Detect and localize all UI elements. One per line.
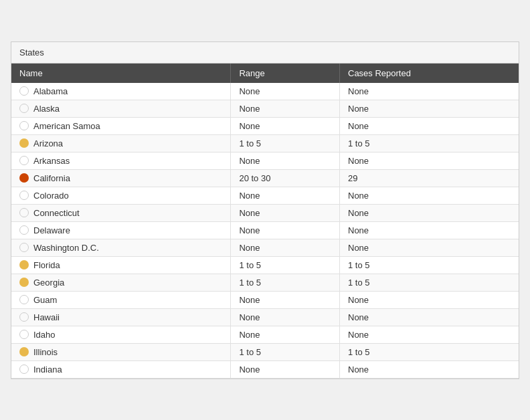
cell-range: None	[231, 308, 340, 326]
cell-name: Delaware	[11, 221, 231, 239]
cell-cases: None	[340, 326, 519, 343]
cell-cases: None	[340, 152, 519, 169]
table-row: DelawareNoneNone	[11, 221, 519, 239]
status-dot	[19, 121, 29, 130]
cell-cases: 1 to 5	[340, 134, 519, 152]
cell-cases: None	[340, 83, 519, 100]
cell-name: Indiana	[11, 360, 231, 378]
table-row: Illinois1 to 51 to 5	[11, 343, 519, 360]
cell-cases: 29	[340, 169, 519, 187]
table-row: ArkansasNoneNone	[11, 152, 519, 169]
cell-cases: None	[340, 360, 519, 378]
table-row: HawaiiNoneNone	[11, 308, 519, 326]
status-dot	[19, 104, 29, 113]
cell-cases: None	[340, 221, 519, 239]
cell-name: Georgia	[11, 274, 231, 291]
status-dot	[19, 295, 29, 304]
status-dot	[19, 86, 29, 96]
cell-cases: 1 to 5	[340, 343, 519, 360]
cell-range: None	[231, 187, 340, 204]
state-name: Idaho	[33, 330, 56, 340]
state-name: American Samoa	[33, 121, 100, 131]
cell-name: Alabama	[11, 83, 231, 100]
state-name: California	[33, 173, 70, 183]
table-row: GuamNoneNone	[11, 291, 519, 308]
cell-range: 1 to 5	[231, 256, 340, 274]
cell-range: 1 to 5	[231, 274, 340, 291]
cell-name: Idaho	[11, 326, 231, 343]
cell-range: None	[231, 83, 340, 100]
cell-range: None	[231, 291, 340, 308]
cell-name: Guam	[11, 291, 231, 308]
state-name: Hawaii	[33, 312, 60, 322]
status-dot	[19, 364, 29, 374]
cell-name: Washington D.C.	[11, 239, 231, 256]
cell-name: American Samoa	[11, 117, 231, 134]
table-row: American SamoaNoneNone	[11, 117, 519, 134]
status-dot	[19, 260, 29, 270]
states-table: Name Range Cases Reported AlabamaNoneNon…	[11, 64, 519, 379]
status-dot	[19, 208, 29, 217]
cell-name: Colorado	[11, 187, 231, 204]
cell-range: None	[231, 221, 340, 239]
table-row: IdahoNoneNone	[11, 326, 519, 343]
state-name: Florida	[33, 260, 60, 270]
cell-range: 1 to 5	[231, 134, 340, 152]
table-row: AlaskaNoneNone	[11, 100, 519, 117]
cell-cases: 1 to 5	[340, 274, 519, 291]
table-row: ColoradoNoneNone	[11, 187, 519, 204]
table-header-row: Name Range Cases Reported	[11, 64, 519, 83]
state-name: Delaware	[33, 225, 70, 235]
state-name: Alaska	[33, 104, 60, 114]
state-name: Indiana	[33, 364, 62, 375]
cell-cases: None	[340, 117, 519, 134]
cell-cases: 1 to 5	[340, 256, 519, 274]
table-body: AlabamaNoneNoneAlaskaNoneNoneAmerican Sa…	[11, 83, 519, 379]
cell-range: None	[231, 100, 340, 117]
table-row: Arizona1 to 51 to 5	[11, 134, 519, 152]
state-name: Illinois	[33, 347, 58, 357]
col-header-name: Name	[11, 64, 231, 83]
cell-range: None	[231, 360, 340, 378]
cell-cases: None	[340, 308, 519, 326]
state-name: Guam	[33, 295, 57, 305]
status-dot	[19, 278, 29, 287]
col-header-range: Range	[231, 64, 340, 83]
status-dot	[19, 312, 29, 322]
state-name: Connecticut	[33, 208, 80, 218]
state-name: Arizona	[33, 138, 63, 148]
cell-range: None	[231, 204, 340, 221]
table-row: Washington D.C.NoneNone	[11, 239, 519, 256]
cell-name: Hawaii	[11, 308, 231, 326]
cell-name: California	[11, 169, 231, 187]
cell-range: 20 to 30	[231, 169, 340, 187]
cell-range: None	[231, 239, 340, 256]
cell-name: Connecticut	[11, 204, 231, 221]
state-name: Alabama	[33, 86, 68, 96]
status-dot	[19, 330, 29, 339]
cell-range: None	[231, 326, 340, 343]
cell-cases: None	[340, 204, 519, 221]
table-row: California20 to 3029	[11, 169, 519, 187]
status-dot	[19, 173, 29, 183]
status-dot	[19, 156, 29, 165]
table-row: AlabamaNoneNone	[11, 83, 519, 100]
cell-name: Florida	[11, 256, 231, 274]
cell-name: Arkansas	[11, 152, 231, 169]
status-dot	[19, 225, 29, 235]
table-row: ConnecticutNoneNone	[11, 204, 519, 221]
table-title: States	[11, 42, 519, 64]
cell-cases: None	[340, 187, 519, 204]
status-dot	[19, 138, 29, 148]
col-header-cases: Cases Reported	[340, 64, 519, 83]
cell-range: None	[231, 117, 340, 134]
cell-name: Alaska	[11, 100, 231, 117]
status-dot	[19, 243, 29, 252]
table-row: IndianaNoneNone	[11, 360, 519, 378]
state-name: Washington D.C.	[33, 243, 99, 253]
state-name: Colorado	[33, 191, 69, 201]
states-table-container: States Name Range Cases Reported Alabama…	[11, 41, 519, 379]
table-row: Georgia1 to 51 to 5	[11, 274, 519, 291]
state-name: Georgia	[33, 278, 64, 288]
cell-name: Illinois	[11, 343, 231, 360]
